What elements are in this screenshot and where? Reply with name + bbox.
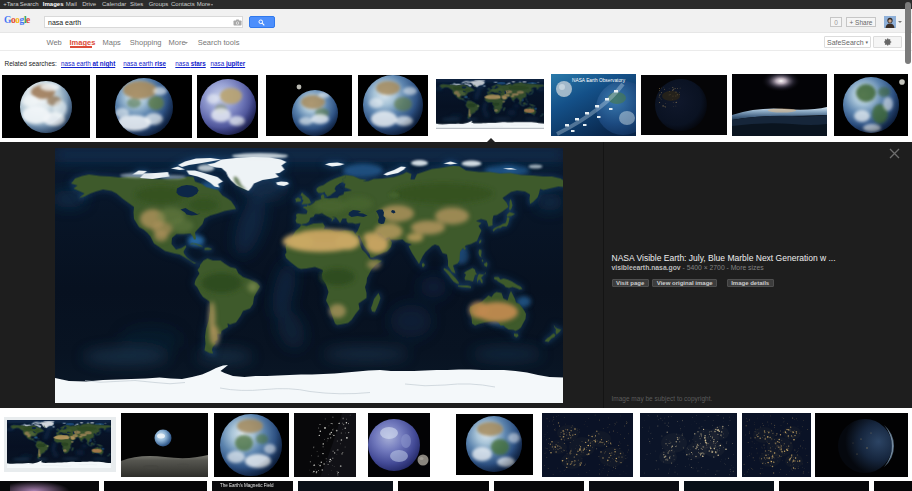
svg-text:NASA Earth Observatory: NASA Earth Observatory [572, 78, 626, 83]
